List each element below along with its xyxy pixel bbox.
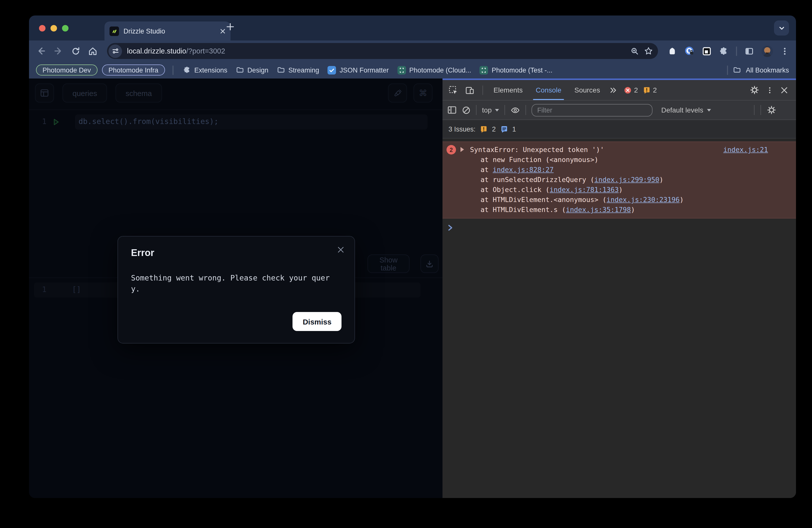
devtools-tab-elements[interactable]: Elements — [488, 80, 528, 100]
all-bookmarks[interactable]: All Bookmarks — [727, 65, 789, 75]
issue-warning-icon — [480, 125, 488, 133]
new-tab-button[interactable] — [226, 23, 234, 31]
bookmark-label: Photomode Dev — [43, 66, 91, 74]
url-text[interactable]: local.drizzle.studio/?port=3002 — [127, 47, 625, 55]
bookmark-star-icon[interactable] — [644, 46, 653, 56]
reload-icon[interactable] — [71, 46, 81, 56]
extension-square-icon[interactable] — [702, 46, 711, 56]
password-manager-icon[interactable] — [684, 46, 695, 56]
levels-label: Default levels — [661, 106, 703, 114]
browser-tab[interactable]: Drizzle Studio — [104, 21, 231, 41]
device-toolbar-icon[interactable] — [465, 85, 475, 95]
source-link[interactable]: index.js:21 — [723, 146, 768, 153]
close-tab-icon[interactable] — [220, 28, 226, 34]
stack-link[interactable]: index.js:781:1363 — [550, 186, 619, 193]
console-error-entry[interactable]: 2 SyntaxError: Unexpected token ')' inde… — [443, 142, 796, 219]
bookmark-design-folder[interactable]: Design — [234, 66, 270, 74]
clear-console-icon[interactable] — [462, 106, 470, 114]
bookmark-photomode-infra[interactable]: Photomode Infra — [102, 64, 165, 75]
console-prompt[interactable] — [443, 219, 796, 231]
brackets-icon — [397, 66, 406, 74]
tab-search-button[interactable] — [774, 20, 789, 35]
extension-blob-icon[interactable] — [667, 46, 677, 56]
extensions-puzzle-icon[interactable] — [719, 46, 728, 56]
minimize-window-button[interactable] — [50, 25, 57, 31]
bookmark-label: Design — [247, 66, 268, 74]
side-panel-icon[interactable] — [744, 46, 754, 56]
error-message[interactable]: SyntaxError: Unexpected token ')' — [470, 145, 715, 155]
expand-triangle-icon[interactable] — [461, 147, 464, 152]
devtools-menu-kebab-icon[interactable] — [766, 86, 773, 94]
checkbox-icon — [328, 66, 336, 74]
dismiss-button[interactable]: Dismiss — [293, 312, 342, 331]
tab-label: Sources — [574, 86, 600, 94]
profile-avatar[interactable] — [762, 45, 773, 57]
stack-frame: at HTMLDivElement.<anonymous> (index.js:… — [443, 194, 796, 205]
issues-bar[interactable]: 3 Issues: 2 1 — [443, 120, 796, 138]
bookmark-json-formatter[interactable]: JSON Formatter — [326, 66, 391, 74]
log-levels-dropdown[interactable]: Default levels — [661, 106, 711, 114]
stack-text: at Object.click ( — [480, 186, 550, 193]
stack-frame: at HTMLDivElement.s (index.js:35:1798) — [443, 205, 796, 215]
inspect-element-icon[interactable] — [449, 85, 458, 95]
folder-icon — [277, 66, 285, 74]
tab-strip: Drizzle Studio — [29, 15, 796, 41]
more-tabs-icon[interactable] — [609, 86, 617, 94]
live-expression-eye-icon[interactable] — [511, 105, 520, 115]
brackets-icon — [480, 66, 488, 74]
address-bar[interactable]: local.drizzle.studio/?port=3002 — [107, 43, 658, 59]
browser-menu-kebab-icon[interactable] — [781, 47, 789, 55]
devtools-close-icon[interactable] — [781, 86, 788, 94]
site-settings-icon[interactable] — [108, 44, 122, 58]
toolbar-separator — [760, 105, 761, 115]
url-host: local.drizzle.studio — [127, 47, 186, 55]
toolbar-separator — [476, 105, 477, 115]
forward-icon[interactable] — [54, 46, 63, 56]
modal-close-icon[interactable] — [335, 245, 346, 254]
stack-text: at HTMLDivElement.s ( — [480, 205, 566, 214]
bookmark-photomode-test[interactable]: Photomode (Test -... — [478, 66, 554, 74]
stack-text: ) — [659, 176, 663, 184]
stack-link[interactable]: index.js:230:23196 — [607, 195, 680, 204]
drizzle-studio-pane: queries schema ⌘ 1 db.select().from(visi… — [29, 78, 443, 498]
bookmark-photomode-dev[interactable]: Photomode Dev — [36, 64, 98, 75]
context-selector[interactable]: top — [482, 106, 499, 114]
tab-label: Elements — [493, 86, 523, 94]
bookmark-streaming-folder[interactable]: Streaming — [275, 66, 321, 74]
stack-frame: at index.js:828:27 — [443, 164, 796, 175]
devtools-tab-console[interactable]: Console — [530, 80, 567, 100]
stack-link[interactable]: index.js:299:950 — [594, 176, 659, 184]
stack-text: ) — [619, 186, 623, 193]
zoom-page-icon[interactable] — [630, 47, 639, 55]
toolbar-separator — [754, 105, 754, 115]
devtools-settings-icon[interactable] — [750, 86, 759, 94]
bookmark-extensions[interactable]: Extensions — [181, 66, 229, 74]
warning-counter[interactable]: 2 — [643, 86, 657, 94]
stack-link[interactable]: index.js:35:1798 — [566, 205, 631, 214]
issue-warning-count: 2 — [492, 125, 496, 133]
zoom-window-button[interactable] — [62, 25, 69, 31]
toolbar-separator — [736, 46, 737, 56]
window-controls — [39, 25, 69, 31]
folder-icon — [236, 66, 244, 74]
stack-link[interactable]: index.js:828:27 — [493, 165, 554, 174]
url-path: /?port=3002 — [186, 47, 225, 55]
close-window-button[interactable] — [39, 25, 45, 31]
error-counter[interactable]: 2 — [624, 86, 638, 94]
issue-message-icon — [500, 125, 508, 133]
bookmark-photomode-cloud[interactable]: Photomode (Cloud... — [395, 66, 473, 74]
prompt-chevron-icon — [448, 224, 454, 231]
console-settings-icon[interactable] — [767, 105, 776, 115]
console-messages[interactable]: 2 SyntaxError: Unexpected token ')' inde… — [443, 138, 796, 498]
console-filter-input[interactable] — [532, 104, 653, 116]
browser-window: Drizzle Studio local.drizz — [29, 15, 796, 498]
home-icon[interactable] — [88, 46, 98, 56]
console-toolbar: top Default levels — [443, 101, 796, 120]
context-label: top — [482, 106, 492, 114]
devtools-tab-sources[interactable]: Sources — [569, 80, 606, 100]
back-icon[interactable] — [36, 46, 46, 56]
bookmarks-separator — [172, 65, 173, 75]
bookmarks-separator — [727, 65, 728, 75]
devtools-pane: Elements Console Sources 2 2 — [443, 78, 796, 498]
console-sidebar-icon[interactable] — [448, 105, 456, 115]
